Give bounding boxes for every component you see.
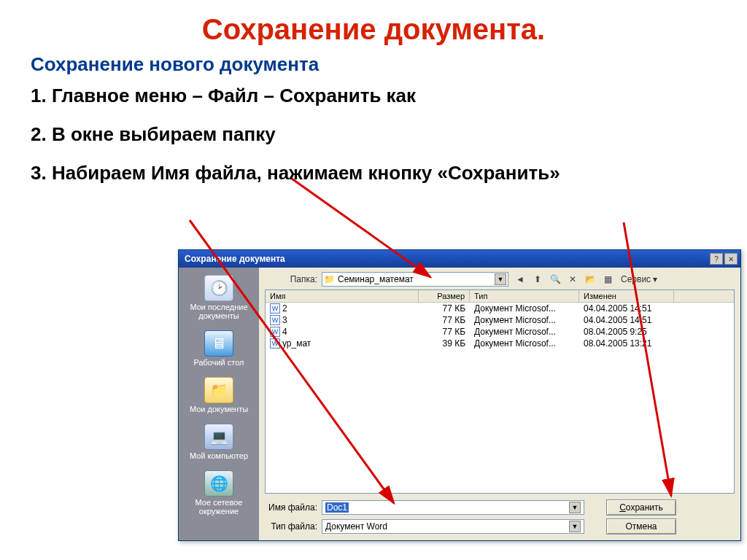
mydocs-icon [204,377,233,403]
folder-value: Семинар_математ [338,274,414,284]
folder-icon: 📁 [324,274,335,284]
recent-icon [204,275,233,301]
col-name[interactable]: Имя [266,290,419,302]
dialog-title: Сохранение документа [185,254,710,264]
file-row[interactable]: W277 КБДокумент Microsof...04.04.2005 14… [266,303,734,314]
filetype-dropdown[interactable]: Документ Word ▼ [322,519,584,534]
back-button[interactable]: ◄ [513,273,527,286]
help-button[interactable]: ? [710,253,723,265]
chevron-down-icon[interactable]: ▼ [495,273,506,285]
chevron-down-icon[interactable]: ▼ [569,521,581,532]
place-recent-label: Мои последние документы [190,303,247,320]
desktop-icon [204,330,233,357]
step-2: 2. В окне выбираем папку [31,123,747,146]
folder-dropdown[interactable]: 📁 Семинар_математ ▼ [322,272,508,287]
col-modified[interactable]: Изменен [579,290,674,302]
word-doc-icon: W [270,315,280,325]
place-desktop[interactable]: Рабочий стол [184,327,254,370]
filename-label: Имя файла: [265,502,317,513]
places-bar: Мои последние документы Рабочий стол Мои… [179,268,259,540]
slide-title: Сохранение документа. [0,13,747,46]
delete-icon[interactable]: ✕ [565,273,580,286]
file-row[interactable]: W377 КБДокумент Microsof...04.04.2005 14… [266,314,734,326]
save-dialog: Сохранение документа ? ✕ Мои последние д… [178,249,741,541]
tools-menu[interactable]: Сервис ▾ [618,273,660,286]
filename-value: Doc1 [325,502,349,513]
search-icon[interactable]: 🔍 [548,273,562,286]
chevron-down-icon[interactable]: ▼ [569,502,581,513]
cancel-button[interactable]: Отмена [606,518,676,534]
word-doc-icon: W [270,327,280,337]
step-1: 1. Главное меню – Файл – Сохранить как [31,85,747,107]
mycomp-icon [204,424,233,450]
word-doc-icon: W [270,338,280,349]
titlebar[interactable]: Сохранение документа ? ✕ [179,250,740,268]
up-button[interactable]: ⬆ [530,273,545,286]
place-recent[interactable]: Мои последние документы [184,272,254,323]
file-list[interactable]: Имя Размер Тип Изменен W277 КБДокумент M… [265,289,735,494]
views-icon[interactable]: ▦ [600,273,615,286]
word-doc-icon: W [270,303,280,314]
step-3: 3. Набираем Имя файла, нажимаем кнопку «… [31,162,747,184]
save-button[interactable]: ССохранитьохранить [606,499,676,516]
col-size[interactable]: Размер [419,290,470,302]
file-row[interactable]: W477 КБДокумент Microsof...08.04.2005 9:… [266,326,734,338]
place-mydocs[interactable]: Мои документы [184,374,254,416]
place-network[interactable]: Мое сетевое окружение [184,467,254,518]
filetype-value: Документ Word [325,521,387,532]
place-desktop-label: Рабочий стол [193,358,244,367]
folder-label: Папка: [265,274,317,284]
close-button[interactable]: ✕ [724,253,738,265]
place-mycomp[interactable]: Мой компьютер [184,421,254,463]
filetype-label: Тип файла: [265,521,317,532]
filename-input[interactable]: Doc1 ▼ [322,500,584,515]
col-type[interactable]: Тип [470,290,579,302]
new-folder-icon[interactable]: 📂 [583,273,597,286]
place-network-label: Мое сетевое окружение [196,498,243,516]
section-heading: Сохранение нового документа [31,53,747,76]
place-mycomp-label: Мой компьютер [190,451,248,460]
network-icon [204,470,233,497]
place-mydocs-label: Мои документы [190,405,248,413]
file-row[interactable]: Wур_мат39 КБДокумент Microsof...08.04.20… [266,338,734,349]
